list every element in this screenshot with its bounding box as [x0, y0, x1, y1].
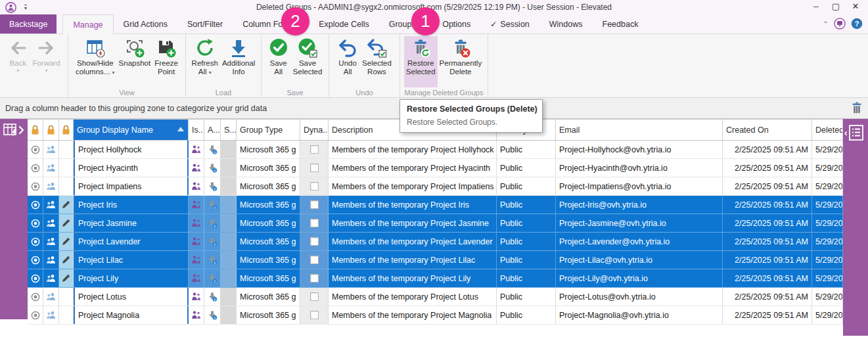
- column-header-created-on[interactable]: Created On: [723, 120, 812, 140]
- tab-manage[interactable]: ✓Manage: [62, 14, 113, 34]
- created-on-cell[interactable]: 2/25/2025 09:51 AM: [723, 269, 812, 287]
- dynamic-checkbox[interactable]: [310, 164, 319, 172]
- column-header-is[interactable]: Is...: [189, 120, 204, 140]
- refresh-all-button[interactable]: Refresh All ▾: [190, 36, 220, 87]
- table-row[interactable]: Project Impatiens i Microsoft 365 g Memb…: [28, 177, 843, 196]
- dynamic-membership-cell[interactable]: [300, 233, 329, 250]
- tab-options[interactable]: ✓Options: [432, 14, 480, 34]
- row-target-cell[interactable]: [28, 141, 43, 158]
- group-type-cell[interactable]: Microsoft 365 g: [237, 251, 300, 269]
- dynamic-checkbox[interactable]: [310, 200, 319, 209]
- tab-backstage[interactable]: ✓Backstage: [0, 14, 57, 34]
- is-teams-cell[interactable]: [189, 306, 204, 324]
- dynamic-checkbox[interactable]: [310, 182, 319, 191]
- session-monitor-icon[interactable]: [834, 18, 846, 30]
- tab-windows[interactable]: ✓Windows: [539, 14, 593, 34]
- privacy-cell[interactable]: Public: [497, 288, 556, 305]
- tab-grid-actions[interactable]: ✓Grid Actions: [114, 14, 177, 34]
- email-cell[interactable]: Project-Magnolia@ovh.ytria.io: [556, 306, 723, 324]
- group-display-name-cell[interactable]: Project Impatiens: [74, 177, 189, 195]
- tab-session[interactable]: ✓Session: [480, 14, 539, 34]
- additional-info-cell[interactable]: i: [204, 159, 221, 177]
- left-panel-strip[interactable]: [0, 119, 28, 319]
- is-teams-cell[interactable]: [189, 196, 204, 214]
- group-type-cell[interactable]: Microsoft 365 g: [237, 141, 300, 158]
- deleted-cell[interactable]: 5/29/2025: [812, 214, 843, 232]
- status-cell[interactable]: [221, 177, 237, 195]
- status-cell[interactable]: [221, 233, 237, 250]
- description-cell[interactable]: Members of the temporary Project Lilac: [329, 251, 497, 269]
- save-all-button[interactable]: Save All: [266, 36, 291, 87]
- additional-info-cell[interactable]: i: [204, 269, 221, 287]
- group-display-name-cell[interactable]: Project Hyacinth: [74, 159, 189, 177]
- email-cell[interactable]: Project-Hyacinth@ovh.ytria.io: [556, 159, 723, 177]
- forward-button[interactable]: Forward ▾: [30, 36, 62, 87]
- is-teams-cell[interactable]: [189, 288, 204, 305]
- dynamic-checkbox[interactable]: [310, 256, 319, 264]
- email-cell[interactable]: Project-Hollyhock@ovh.ytria.io: [556, 141, 723, 158]
- additional-info-cell[interactable]: i: [204, 141, 221, 158]
- tab-explode-cells[interactable]: ✓Explode Cells: [309, 14, 378, 34]
- is-teams-cell[interactable]: [189, 251, 204, 269]
- dynamic-membership-cell[interactable]: [300, 159, 329, 177]
- quick-access-caret-icon[interactable]: ▾: [24, 5, 27, 11]
- is-teams-cell[interactable]: [189, 159, 204, 177]
- status-cell[interactable]: [221, 214, 237, 232]
- dynamic-membership-cell[interactable]: [300, 177, 329, 195]
- group-type-cell[interactable]: Microsoft 365 g: [237, 288, 300, 305]
- column-header-lock-3[interactable]: [59, 120, 74, 140]
- privacy-cell[interactable]: Public: [497, 251, 556, 269]
- group-display-name-cell[interactable]: Project Lavender: [74, 233, 189, 250]
- description-cell[interactable]: Members of the temporary Project Lavende…: [329, 233, 497, 250]
- group-type-cell[interactable]: Microsoft 365 g: [237, 233, 300, 250]
- description-cell[interactable]: Members of the temporary Project Hyacint…: [329, 159, 497, 177]
- description-cell[interactable]: Members of the temporary Project Hollyho…: [329, 141, 497, 158]
- description-cell[interactable]: Members of the temporary Project Jasmine: [329, 214, 497, 232]
- email-cell[interactable]: Project-Lilac@ovh.ytria.io: [556, 251, 723, 269]
- table-row[interactable]: Project Iris i Microsoft 365 g Members o…: [28, 196, 843, 214]
- column-header-lock-2[interactable]: [43, 120, 59, 140]
- dynamic-checkbox[interactable]: [310, 145, 319, 154]
- group-type-cell[interactable]: Microsoft 365 g: [237, 214, 300, 232]
- table-row[interactable]: Project Lily i Microsoft 365 g Members o…: [28, 269, 843, 288]
- deleted-cell[interactable]: 5/29/2025: [812, 288, 843, 305]
- created-on-cell[interactable]: 2/25/2025 09:51 AM: [723, 306, 812, 324]
- additional-info-cell[interactable]: i: [204, 214, 221, 232]
- group-display-name-cell[interactable]: Project Lily: [74, 269, 189, 287]
- row-target-cell[interactable]: [28, 233, 43, 250]
- additional-info-cell[interactable]: i: [204, 196, 221, 214]
- row-members-cell[interactable]: [43, 288, 59, 305]
- clear-grouping-trash-icon[interactable]: [851, 102, 863, 115]
- additional-info-cell[interactable]: i: [204, 251, 221, 269]
- row-edit-cell[interactable]: [59, 141, 74, 158]
- group-display-name-cell[interactable]: Project Lotus: [74, 288, 189, 305]
- row-members-cell[interactable]: [43, 269, 59, 287]
- group-display-name-cell[interactable]: Project Iris: [74, 196, 189, 214]
- additional-info-cell[interactable]: i: [204, 306, 221, 324]
- maximize-button[interactable]: ▢: [826, 0, 846, 14]
- row-members-cell[interactable]: [43, 251, 59, 269]
- description-cell[interactable]: Members of the temporary Project Lotus: [329, 288, 497, 305]
- row-edit-cell[interactable]: [59, 288, 74, 305]
- permanently-delete-button[interactable]: Permanently Delete: [438, 36, 484, 87]
- status-cell[interactable]: [221, 306, 237, 324]
- save-selected-button[interactable]: Save Selected: [291, 36, 325, 87]
- group-type-cell[interactable]: Microsoft 365 g: [237, 306, 300, 324]
- status-cell[interactable]: [221, 288, 237, 305]
- row-edit-cell[interactable]: [59, 233, 74, 250]
- help-icon[interactable]: ?: [851, 18, 863, 30]
- column-header-group-display-name[interactable]: Group Display Name: [74, 120, 189, 140]
- row-members-cell[interactable]: [43, 233, 59, 250]
- dynamic-checkbox[interactable]: [310, 274, 319, 282]
- privacy-cell[interactable]: Public: [497, 233, 556, 250]
- table-row[interactable]: Project Lilac i Microsoft 365 g Members …: [28, 251, 843, 269]
- group-display-name-cell[interactable]: Project Lilac: [74, 251, 189, 269]
- created-on-cell[interactable]: 2/25/2025 09:51 AM: [723, 177, 812, 195]
- email-cell[interactable]: Project-Lotus@ovh.ytria.io: [556, 288, 723, 305]
- table-row[interactable]: Project Magnolia i Microsoft 365 g Membe…: [28, 306, 843, 325]
- created-on-cell[interactable]: 2/25/2025 09:51 AM: [723, 141, 812, 158]
- status-cell[interactable]: [221, 196, 237, 214]
- column-header-lock-1[interactable]: [28, 120, 43, 140]
- description-cell[interactable]: Members of the temporary Project Impatie…: [329, 177, 497, 195]
- table-row[interactable]: Project Hyacinth i Microsoft 365 g Membe…: [28, 159, 843, 177]
